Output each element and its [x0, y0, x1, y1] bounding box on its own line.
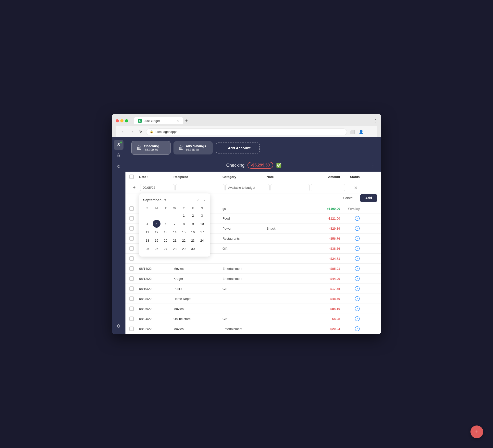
next-month-button[interactable]: ›	[202, 197, 206, 203]
cal-day-8[interactable]: 8	[180, 220, 188, 228]
fab-add-button[interactable]: +	[470, 425, 483, 438]
status-check-icon[interactable]: ✓	[355, 316, 360, 321]
sidebar-item-sync[interactable]: ↻	[114, 162, 123, 171]
cal-day-3[interactable]: 3	[198, 212, 206, 219]
cal-day-30[interactable]: 30	[189, 245, 197, 253]
forward-button[interactable]: →	[128, 128, 135, 135]
browser-more-button[interactable]: ⋮	[367, 128, 373, 135]
note-input[interactable]	[271, 184, 310, 191]
back-button[interactable]: ←	[120, 128, 126, 135]
cal-day-29[interactable]: 29	[180, 245, 188, 253]
cal-day-19[interactable]: 19	[153, 236, 160, 244]
select-all-checkbox[interactable]	[129, 175, 134, 179]
status-badge: Pending	[348, 207, 360, 211]
cal-day-15[interactable]: 15	[180, 228, 188, 236]
row-checkbox[interactable]	[129, 296, 134, 301]
date-header-label: Date	[139, 175, 146, 179]
cal-day-5[interactable]: 5	[153, 220, 160, 228]
cal-day-22[interactable]: 22	[180, 236, 188, 244]
cal-day-14[interactable]: 14	[171, 228, 179, 236]
row-checkbox[interactable]	[129, 206, 134, 211]
maximize-button[interactable]	[125, 119, 128, 122]
minimize-button[interactable]	[120, 119, 123, 122]
tab-close-button[interactable]: ✕	[177, 119, 179, 122]
cal-day-2[interactable]: 2	[189, 212, 197, 219]
row-checkbox[interactable]	[129, 246, 134, 251]
cal-day-10[interactable]: 10	[198, 220, 206, 228]
sidebar-item-logo[interactable]: S	[114, 140, 123, 150]
account-card-checking[interactable]: 🏛 Checking -$5,199.50	[131, 141, 171, 155]
close-new-transaction-button[interactable]: ✕	[346, 185, 366, 190]
split-view-button[interactable]: ⬜	[349, 128, 356, 135]
cal-day-18[interactable]: 18	[144, 236, 151, 244]
row-checkbox[interactable]	[129, 256, 134, 261]
sidebar-item-accounts[interactable]: 🏛	[114, 151, 123, 161]
cal-day-7[interactable]: 7	[171, 220, 179, 228]
status-check-icon[interactable]: ✓	[355, 326, 360, 331]
add-button[interactable]: Add	[360, 194, 377, 202]
cal-day-12[interactable]: 12	[153, 228, 160, 236]
cal-day-24[interactable]: 24	[198, 236, 206, 244]
close-button[interactable]	[116, 119, 119, 122]
status-check-icon[interactable]: ✓	[355, 306, 360, 311]
date-sort-icon[interactable]: ↑	[147, 175, 148, 178]
sidebar-item-settings[interactable]: ⚙	[114, 321, 123, 331]
prev-month-button[interactable]: ‹	[196, 197, 200, 203]
page-title: Checking	[226, 163, 245, 168]
cal-day-25[interactable]: 25	[144, 245, 151, 253]
add-account-button[interactable]: + Add Account	[216, 142, 260, 153]
status-check-icon[interactable]: ✓	[355, 286, 360, 291]
active-tab[interactable]: S JustBudget ✕	[134, 117, 183, 124]
month-selector[interactable]: September... ▾	[143, 198, 166, 202]
address-bar[interactable]: 🔒 justbudget.app/	[146, 129, 347, 135]
row-checkbox[interactable]	[129, 286, 134, 291]
refresh-button[interactable]: ↻	[137, 128, 144, 135]
status-check-icon[interactable]: ✓	[355, 276, 360, 281]
row-checkbox[interactable]	[129, 266, 134, 271]
cal-day-9[interactable]: 9	[189, 220, 197, 228]
cal-day-11[interactable]: 11	[144, 228, 151, 236]
status-check-icon[interactable]: ✓	[355, 266, 360, 271]
tab-bar: S JustBudget ✕ + ⋮	[134, 117, 377, 124]
status-check-icon[interactable]: ✓	[355, 256, 360, 261]
amount-input[interactable]	[311, 184, 345, 191]
status-check-icon[interactable]: ✓	[355, 216, 360, 221]
row-checkbox[interactable]	[129, 226, 134, 231]
cal-day-13[interactable]: 13	[162, 228, 170, 236]
cal-day-20[interactable]: 20	[162, 236, 170, 244]
row-checkbox-cell	[129, 216, 139, 221]
cancel-button[interactable]: Cancel	[338, 194, 358, 202]
cal-day-26[interactable]: 26	[153, 245, 160, 253]
row-checkbox[interactable]	[129, 216, 134, 221]
new-tab-button[interactable]: +	[183, 117, 190, 124]
row-checkbox[interactable]	[129, 307, 134, 311]
date-input[interactable]	[140, 184, 174, 191]
cal-day-6[interactable]: 6	[162, 220, 170, 228]
tab-more-button[interactable]: ⋮	[373, 118, 377, 123]
row-checkbox[interactable]	[129, 276, 134, 281]
row-amount: -$17.75	[306, 287, 340, 291]
cal-day-27[interactable]: 27	[162, 245, 170, 253]
cal-day-23[interactable]: 23	[189, 236, 197, 244]
status-check-icon[interactable]: ✓	[355, 236, 360, 241]
user-button[interactable]: 👤	[358, 128, 365, 135]
account-card-ally[interactable]: 🏛 Ally Savings $6,145.40	[173, 141, 213, 154]
cal-day-16[interactable]: 16	[189, 228, 197, 236]
status-check-icon[interactable]: ✓	[355, 296, 360, 301]
recipient-input[interactable]	[175, 184, 224, 191]
row-checkbox[interactable]	[129, 317, 134, 321]
status-check-icon[interactable]: ✓	[355, 246, 360, 251]
row-checkbox[interactable]	[129, 327, 134, 331]
header-status: Status	[340, 175, 360, 179]
category-input[interactable]: Available to budget	[225, 184, 270, 191]
cal-day-21[interactable]: 21	[171, 236, 179, 244]
cal-day-17[interactable]: 17	[198, 228, 206, 236]
status-check-icon[interactable]: ✓	[355, 226, 360, 231]
amount-input-wrapper	[311, 184, 345, 191]
page-more-button[interactable]: ⋮	[370, 162, 375, 168]
row-checkbox[interactable]	[129, 236, 134, 241]
add-transaction-icon[interactable]: +	[129, 185, 139, 190]
cal-day-4[interactable]: 4	[144, 220, 151, 228]
cal-day-28[interactable]: 28	[171, 245, 179, 253]
cal-day-1[interactable]: 1	[180, 212, 188, 219]
